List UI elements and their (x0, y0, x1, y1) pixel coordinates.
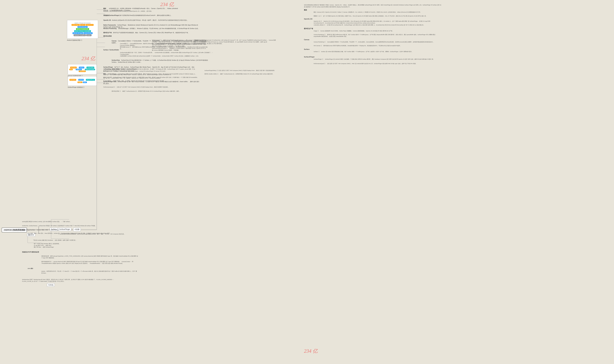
red-handwriting-3: 234 亿 (304, 348, 318, 354)
gpu-cache-content: texture、纹理 复用 的方式：可以 把 一个 View 把 一 个 Vie… (42, 271, 138, 274)
right-opengl-2: AndroidGL 的生命 ⓘ 当 我们 用 GLSurfaceView 时，S… (314, 24, 425, 26)
right-surface-label: Surface (304, 48, 309, 50)
right-buf-2: Canvas.Rendering ⓘ 缓冲区 是 通过 BufferQueue … (314, 34, 438, 37)
stream-processor-diagram: SMART STREAM PROCESSOR Media Player Came… (67, 20, 98, 39)
far-right-2: 缓冲区 (Gralloc buffer) ⓘ 创建了 SurfaceSessio… (205, 73, 274, 75)
perf-content-1: 缓存相关处理 使用 setLayerType(View. LAYER_TYPE_… (42, 255, 138, 259)
content-sub-1: 底层绘制 · 通过Surface的Canvas (2D绘制) 或 Vulkan/… (103, 10, 153, 12)
main-content-3: 概述 下 的 细节 SurfaceFlinger 在 接收 到 VSYNC 信号… (103, 77, 198, 78)
right-surface-1: Surface ⓘ Surface 是 Android 显示系统的核心对象。每个… (314, 51, 413, 52)
window-content-2: · 每个 Activity 包含 Window (窗口), 这也意味着... ·… (33, 243, 60, 248)
right-opengl-label: OpenGL ES (304, 18, 312, 20)
wm-right-3: WMC(canvas)(canvas)(#) ⓘ 详细来说 ① Surface … (152, 48, 207, 51)
content-opengl-overview: OpenGL ES · Android上的OpenGL ES (GLES) 是基… (103, 19, 188, 21)
activity-content-2: SurfaceTex: SurfaceTexture、SurfaceView 等… (22, 225, 96, 227)
right-canvas-2: HW Canvas ⓘ 硬件加速Canvas 等同于使用GLES来绘制。draw… (314, 45, 401, 47)
window-content-1: 下面 的 Activity 创建 新 的 Windows、, 这也 意味着，如果… (33, 239, 76, 241)
surfaceflinger-label: SurfaceFlinger (58, 228, 71, 231)
right-sf-2: PerformanceQuad ⓘ 注意 这里 还 引用了 HW Compose… (314, 63, 417, 65)
remarks-label: 示意图 (73, 228, 81, 231)
right-opengl-1: OpenGL ES ⓘ OpenGL ES 3.0 是 Khronos Grou… (314, 20, 438, 24)
red-handwriting-1: 234 亿 (160, 1, 174, 8)
stream-processor-label: Android 流媒体处理器 ⓘ (67, 39, 82, 41)
right-canvas-1: Canvas Rendering ⓘ Canvas被设计用来向一个Surface… (314, 41, 434, 43)
content-surface-section: Surface / SurfaceHolder (103, 49, 119, 51)
android-content-diagram: BUFFERS → QUEUE → CONSUMER APP →→ SURFAC… (68, 64, 97, 75)
activity-content-1: activity(窗口绑定的 Surface): activity 上的 Vie… (22, 221, 71, 222)
main-content-4: 对 生产者产品 → Media Media，NGL，GL 媒体，OpenGL E… (103, 80, 165, 82)
right-small-2: 重要的一点 ⓘ 这个 API 既然 OpenGL ES 内部 实现上 依赖于 E… (314, 15, 427, 17)
content-surfaceview: SurfaceView SurfaceView 是 View 树结构中的一个 S… (112, 59, 208, 63)
content-buf-handler: 缓冲区处理者 (103, 35, 112, 37)
content-window-pos: Window Positioning WindowManager（管理窗口、Wi… (103, 28, 199, 29)
main-content-2: 概述 → SurfaceFlinger SurfaceFlinger 拥有 Di… (103, 73, 196, 75)
perf-section-label: 性能优化中GPU缓存的处理 (22, 251, 39, 253)
activity-label: Activity (47, 283, 55, 286)
sf-area-1: surfaceflinger/surface Surface: 基础、持有一个 … (22, 229, 60, 231)
right-small-1: 概念: Canvas (API) / OpenGL ES (GLES) / Vu… (314, 11, 421, 13)
right-sf-1: SurfaceFlinger ⓘ SurfaceFlinger 是 Androi… (314, 58, 434, 60)
content-native-fw: Native Frameworks SurfaceFlinger、MediaSe… (103, 24, 200, 28)
huge-right-top: 在安卓系统绘制之前我们先了解清楚几个概念: Canvas、OpenGL ES、V… (304, 4, 442, 8)
perf-content-2: 硬件加速绘制方法 → canvas.drawXxx() 操作 录制到 硬件加速 … (42, 261, 138, 264)
content-buf-producer: 缓冲区生产者 所有可以产生图形缓冲区的数据源，例如：Camera (GL), C… (103, 32, 189, 34)
content-surfaceholder-1: SurfaceHolder被设计成一个类，它持有一个Surface的引用。 →S… (120, 52, 217, 55)
far-right-1: SurfaceFlinger(MWp.) ⓘ 注意 这里 还 引用了 HW Co… (205, 70, 276, 71)
right-overview-label: 概述 (304, 9, 307, 11)
sf-right-top: 不要混淆了Surface.lockCanvas() 与 SurfaceView … (194, 39, 276, 45)
main-content-1: SurfaceFlinger是如何启动的 SurfaceFlinger 在 An… (103, 68, 200, 72)
right-sf-label: SurfaceFlinger (304, 56, 315, 58)
content-perf-quad: PerformanceQuad ⓘ 注意 这了 还 引用了 HW Compose… (103, 86, 169, 88)
content-buf-handler-2: 缓冲区处理者 ⓘ 创建了 SurfaceSession 后，应用程序 通过 Bi… (112, 90, 180, 92)
gpu-cache: GPU 缓存 (28, 268, 33, 270)
content-surfaceholder-2: 大多数需要与 Surface 交互的 (如 SurfaceView) 会使用一个… (120, 55, 199, 57)
right-canvas-label: Canvas (304, 39, 309, 41)
surfaceflinger-comp-diagram: BUFFERS → QUEUE → WaylandProxy Display B… (68, 76, 97, 86)
sf-role-1: 了 Surfaces的View层次结构的根，以及SurfaceFlinger消费… (58, 233, 125, 235)
red-handwriting-2: 234 亿 (82, 55, 95, 62)
right-buffer-producer: 缓冲区生产者 (304, 28, 313, 30)
sfcomp-label: SurfaceFlinger 绘制组成 ⓘ (68, 86, 84, 88)
content-overview-2: 系统服务(SurfaceFlinger) 每个应用程序的View层次结构都映射到… (103, 14, 172, 16)
right-buf-1: Image ⓘ Canvas (直接使用 View 的 画布)、Media Pl… (314, 30, 393, 32)
windowview-bottom: WindowView 应用了 WindowView 的 Paint 主题 时，请… (22, 279, 119, 282)
